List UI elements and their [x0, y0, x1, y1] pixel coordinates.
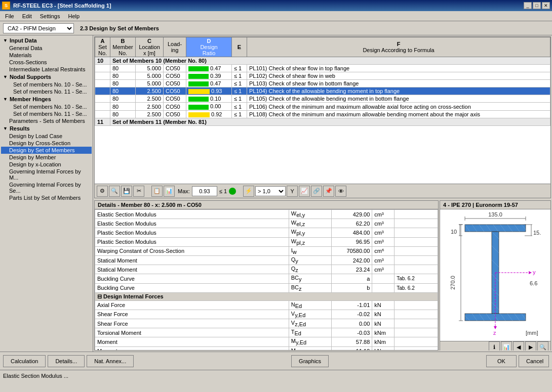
nat-annex-button[interactable]: Nat. Annex... [87, 355, 134, 367]
cs-prev-button[interactable]: ◀ [513, 341, 524, 351]
tool-button-10[interactable]: 📌 [323, 186, 334, 197]
max-le: ≤ 1 [219, 188, 227, 194]
sidebar-item-nodal-10[interactable]: Set of members No. 10 - Se... [1, 81, 92, 88]
cancel-button[interactable]: Cancel [519, 355, 549, 367]
sidebar-item-general[interactable]: General Data [1, 45, 92, 52]
list-item[interactable]: Warping Constant of Cross-SectionIw70580… [95, 246, 438, 255]
cell-location: 2.500 [136, 103, 164, 110]
list-item[interactable]: Statical MomentQz23.24cm³ [95, 265, 438, 274]
menu-file[interactable]: File [1, 12, 18, 20]
minimize-button[interactable]: _ [524, 2, 532, 9]
sidebar-item-materials[interactable]: Materials [1, 52, 92, 59]
cs-info-button[interactable]: ℹ [489, 341, 500, 351]
detail-value: 57.88 [332, 337, 372, 346]
tool-button-1[interactable]: ⚙ [97, 186, 108, 197]
tool-button-4[interactable]: ✂ [133, 186, 144, 197]
sidebar-item-x-location[interactable]: Design by x-Location [1, 161, 92, 168]
detail-unit: cm³ [372, 255, 395, 265]
menu-edit[interactable]: Edit [18, 12, 36, 20]
list-item[interactable]: Axial ForceNEd-1.01kN [95, 300, 438, 310]
sidebar-group-results[interactable]: ▼ Results [1, 124, 92, 133]
sidebar-item-parts-list[interactable]: Parts List by Set of Members [1, 194, 92, 201]
filter-dropdown[interactable]: > 1,0 [255, 186, 286, 196]
close-button[interactable]: ✕ [542, 2, 550, 9]
cs-chart-button[interactable]: 📊 [501, 341, 512, 351]
input-data-label: Input Data [10, 37, 37, 43]
tool-button-7[interactable]: ⚡ [243, 186, 254, 197]
tool-button-6[interactable]: 📊 [164, 186, 175, 197]
tool-button-eye[interactable]: 👁 [335, 186, 346, 197]
sidebar-group-hinges[interactable]: ▼ Member Hinges [1, 95, 92, 103]
sidebar-item-gov-forces-se[interactable]: Governing Internal Forces by Se... [1, 181, 92, 194]
calculation-button[interactable]: Calculation [3, 355, 46, 367]
max-input[interactable] [192, 186, 217, 196]
tool-button-3[interactable]: 💾 [121, 186, 132, 197]
tool-button-8[interactable]: 📈 [299, 186, 310, 197]
sidebar-item-hinges-11[interactable]: Set of members No. 11 - Se... [1, 110, 92, 117]
list-item[interactable]: Shear ForceVz,Ed0.00kN [95, 319, 438, 328]
list-item[interactable]: Plastic Section ModulusWpl,z96.95cm³ [95, 237, 438, 246]
sidebar-group-input[interactable]: ▼ Input Data [1, 36, 92, 45]
table-row[interactable]: 80 2.500 CO50 0.92 ≤ 1 PL108) Check of t… [95, 110, 550, 118]
cell-ratio: 0.93 [186, 88, 232, 95]
sidebar-item-lateral-restraints[interactable]: Intermediate Lateral Restraints [1, 66, 92, 73]
content-area: ▼ Input Data General Data Materials Cros… [0, 35, 552, 352]
sidebar-group-nodal[interactable]: ▼ Nodal Supports [1, 73, 92, 81]
sidebar-item-nodal-11[interactable]: Set of members No. 11 - Se... [1, 88, 92, 95]
detail-value: a [332, 274, 372, 283]
list-item[interactable]: MomentMz,Ed11.19kNm [95, 346, 438, 351]
table-row[interactable]: 80 2.500 CO50 0.10 ≤ 1 PL105) Check of t… [95, 95, 550, 103]
table-row[interactable]: 11 Set of Members 11 (Member No. 81) [95, 118, 550, 125]
cell-le: ≤ 1 [232, 80, 247, 88]
graphics-button[interactable]: Graphics [291, 355, 329, 367]
menu-settings[interactable]: Settings [36, 12, 64, 20]
list-item[interactable]: Shear ForceVy,Ed-0.02kN [95, 310, 438, 319]
cs-zoom-button[interactable]: 🔍 [537, 341, 548, 351]
group-desc: Set of Members 10 (Member No. 80) [110, 57, 550, 65]
detail-unit: cm⁶ [372, 246, 395, 255]
list-item[interactable]: MomentMy,Ed57.88kNm [95, 337, 438, 346]
table-row[interactable]: 80 5.000 CO50 0.39 ≤ 1 PL102) Check of s… [95, 72, 550, 80]
sidebar-item-gov-forces-m[interactable]: Governing Internal Forces by M... [1, 168, 92, 181]
table-row[interactable]: 80 2.500 CO50 0.00 ≤ 1 PL106) Check of t… [95, 103, 550, 110]
case-dropdown[interactable]: CA2 - PIFM Design [3, 23, 74, 33]
sidebar-item-set-members[interactable]: Design by Set of Members [1, 147, 92, 154]
cross-section-panel: 4 - IPE 270 | Euronorm 19-57 135.0 15.0 [440, 200, 551, 351]
sidebar-item-cross-section[interactable]: Design by Cross-Section [1, 140, 92, 147]
cs-next-button[interactable]: ▶ [525, 341, 536, 351]
sidebar-item-member[interactable]: Design by Member [1, 154, 92, 161]
detail-label: Warping Constant of Cross-Section [95, 246, 289, 255]
max-field: Max: ≤ 1 [178, 186, 236, 196]
table-row[interactable]: 80 5.000 CO50 0.47 ≤ 1 PL103) Check of s… [95, 80, 550, 88]
section-header-label: ⊟ Design Internal Forces [95, 292, 438, 300]
cell-le: ≤ 1 [232, 110, 247, 118]
sidebar-item-parameters[interactable]: Parameters - Sets of Members [1, 117, 92, 124]
cell-set [95, 72, 110, 80]
main-table-section: ASetNo. BMemberNo. CLocationx [m] Load-i… [94, 36, 551, 198]
list-item[interactable]: Elastic Section ModulusWel,z62.20cm³ [95, 219, 438, 228]
tool-button-9[interactable]: 🔗 [311, 186, 322, 197]
table-row[interactable]: 80 2.500 CO50 0.93 ≤ 1 PL104) Check of t… [95, 88, 550, 95]
ok-button[interactable]: OK [486, 355, 517, 367]
table-row[interactable]: 80 5.000 CO50 0.47 ≤ 1 PL101) Check of s… [95, 65, 550, 72]
sidebar-item-load-case[interactable]: Design by Load Case [1, 133, 92, 140]
sidebar-item-cross-sections[interactable]: Cross-Sections [1, 59, 92, 66]
table-row[interactable]: 10 Set of Members 10 (Member No. 80) [95, 57, 550, 65]
tool-button-filter[interactable]: Y [287, 186, 298, 197]
list-item[interactable]: Statical MomentQy242.00cm³ [95, 255, 438, 265]
tool-button-5[interactable]: 📋 [151, 186, 163, 197]
cell-member: 80 [110, 95, 136, 103]
list-item[interactable]: Plastic Section ModulusWpl,y484.00cm³ [95, 228, 438, 237]
tool-button-2[interactable]: 🔍 [109, 186, 120, 197]
maximize-button[interactable]: □ [533, 2, 541, 9]
list-item[interactable]: Torsional MomentTEd-0.03kNm [95, 328, 438, 337]
list-item[interactable]: Buckling CurveBCyaTab. 6.2 [95, 274, 438, 283]
list-item[interactable]: Elastic Section ModulusWel,y429.00cm³ [95, 210, 438, 219]
table-scroll[interactable]: ASetNo. BMemberNo. CLocationx [m] Load-i… [95, 37, 550, 184]
menu-help[interactable]: Help [64, 12, 84, 20]
sidebar-item-hinges-10[interactable]: Set of members No. 10 - Se... [1, 103, 92, 110]
list-item[interactable]: Buckling CurveBCzbTab. 6.2 [95, 283, 438, 292]
details-button[interactable]: Details... [48, 355, 85, 367]
detail-unit: kNm [372, 328, 395, 337]
details-panel: Details - Member 80 - x: 2.500 m - CO50 … [94, 200, 439, 351]
